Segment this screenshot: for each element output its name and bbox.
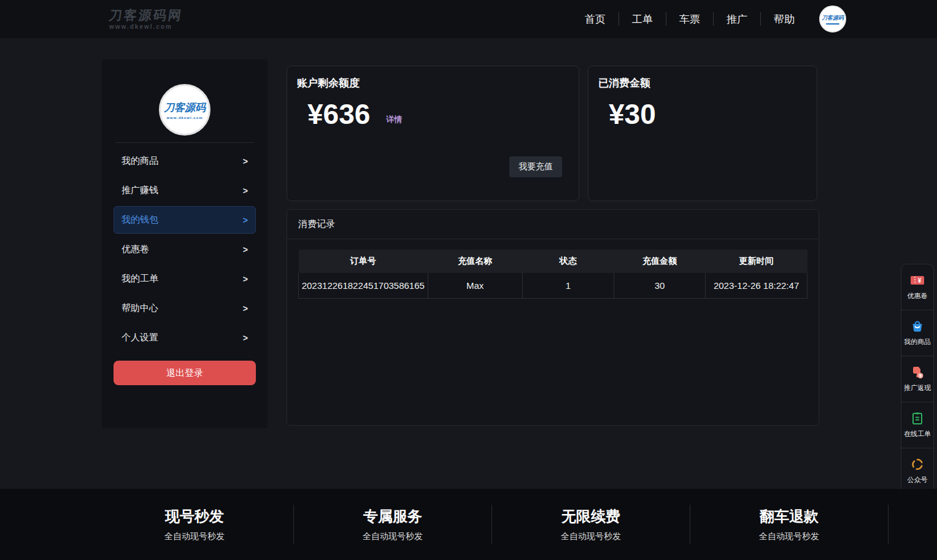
chevron-right-icon: > <box>243 245 248 255</box>
table-header-updated: 更新时间 <box>706 250 808 273</box>
sidebar-menu: 我的商品 > 推广赚钱 > 我的钱包 > 优惠卷 > 我的工单 > 帮助中心 >… <box>102 147 268 351</box>
coupon-icon: ¥ <box>910 273 925 288</box>
quickbar-item-online-workorder[interactable]: 在线工单 <box>901 402 933 448</box>
table-header-row: 订单号 充值名称 状态 充值金额 更新时间 <box>299 250 808 273</box>
table-cell-amount: 30 <box>614 273 705 298</box>
sidebar-item-label: 推广赚钱 <box>121 185 158 196</box>
records-title: 消费记录 <box>287 210 819 239</box>
recharge-button[interactable]: 我要充值 <box>509 156 562 177</box>
cashback-icon: ¥ <box>910 365 925 380</box>
sidebar-item-label: 我的工单 <box>121 273 158 285</box>
quickbar-item-cashback[interactable]: ¥ 推广返现 <box>901 356 933 402</box>
sidebar-item-label: 我的商品 <box>121 155 158 167</box>
consumed-card-title: 已消费金额 <box>598 76 817 90</box>
table-row: 202312261822451703586165 Max 1 30 2023-1… <box>299 273 808 298</box>
sidebar-item-label: 我的钱包 <box>121 214 158 226</box>
footer-col-title: 翻车退款 <box>760 507 819 526</box>
balance-card: 账户剩余额度 ¥636 详情 我要充值 <box>287 66 579 201</box>
nav-item-home[interactable]: 首页 <box>572 12 619 26</box>
balance-amount: ¥636 <box>307 100 370 128</box>
quickbar-item-label: 推广返现 <box>904 383 931 393</box>
chevron-right-icon: > <box>243 304 248 313</box>
shopping-bag-icon <box>910 319 925 334</box>
sidebar-item-coupons[interactable]: 优惠卷 > <box>114 236 256 263</box>
sidebar-item-label: 帮助中心 <box>121 302 158 314</box>
site-logo: 刀客源码网 www.dkewl.com <box>109 8 183 29</box>
sidebar-item-personal-settings[interactable]: 个人设置 > <box>114 324 256 351</box>
quickbar-item-label: 我的商品 <box>904 337 931 347</box>
footer-col-exclusive-service: 专属服务 全自动现号秒发 <box>294 505 492 544</box>
official-account-icon <box>910 457 925 472</box>
chevron-right-icon: > <box>243 186 248 196</box>
sidebar-item-my-workorders[interactable]: 我的工单 > <box>114 265 256 293</box>
sidebar-item-label: 个人设置 <box>121 332 158 343</box>
logout-button[interactable]: 退出登录 <box>114 361 256 385</box>
consumed-amount: ¥30 <box>609 100 656 128</box>
table-cell-order-no: 202312261822451703586165 <box>299 273 428 298</box>
quickbar-item-coupons[interactable]: ¥ 优惠卷 <box>901 264 933 310</box>
user-avatar[interactable]: 刀客源码 <box>819 6 846 33</box>
sidebar-item-label: 优惠卷 <box>121 244 149 255</box>
avatar-logo-underline <box>826 23 839 25</box>
sidebar-item-my-products[interactable]: 我的商品 > <box>114 147 256 175</box>
sidebar-logo-text: 刀客源码 <box>164 101 206 115</box>
user-sidebar: 刀客源码 www.dkewl.com 我的商品 > 推广赚钱 > 我的钱包 > … <box>102 59 268 428</box>
footer-col-title: 无限续费 <box>561 507 620 526</box>
consumed-card: 已消费金额 ¥30 <box>588 66 817 201</box>
footer-col-title: 现号秒发 <box>165 507 224 526</box>
quickbar-item-label: 在线工单 <box>904 429 931 439</box>
site-logo-subtitle: www.dkewl.com <box>109 23 183 30</box>
sidebar-logo-url: www.dkewl.com <box>166 116 202 120</box>
sidebar-logo-badge: 刀客源码 www.dkewl.com <box>159 84 210 136</box>
footer-col-subtitle: 全自动现号秒发 <box>561 531 621 542</box>
chevron-right-icon: > <box>243 274 248 284</box>
table-header-recharge-name: 充值名称 <box>428 250 522 273</box>
consumption-records-card: 消费记录 订单号 充值名称 状态 充值金额 更新时间 2023122618224… <box>287 209 819 426</box>
table-header-status: 状态 <box>522 250 614 273</box>
table-cell-updated: 2023-12-26 18:22:47 <box>706 273 808 298</box>
top-nav: 首页 工单 车票 推广 帮助 刀客源码 <box>572 6 846 33</box>
footer-col-subtitle: 全自动现号秒发 <box>164 531 225 542</box>
sidebar-divider <box>115 142 254 143</box>
footer-col-refund: 翻车退款 全自动现号秒发 <box>690 505 889 544</box>
table-cell-recharge-name: Max <box>428 273 522 298</box>
svg-text:¥: ¥ <box>918 277 922 284</box>
sidebar-item-promotion-earn[interactable]: 推广赚钱 > <box>114 177 256 204</box>
balance-card-title: 账户剩余额度 <box>297 76 579 90</box>
table-header-amount: 充值金额 <box>614 250 705 273</box>
table-header-order-no: 订单号 <box>299 250 428 273</box>
footer-col-instant-delivery: 现号秒发 全自动现号秒发 <box>96 505 294 544</box>
work-order-icon <box>910 411 925 426</box>
chevron-right-icon: > <box>243 156 248 166</box>
nav-item-ticket[interactable]: 车票 <box>666 12 713 26</box>
quickbar-item-label: 优惠卷 <box>907 291 927 301</box>
nav-item-workorder[interactable]: 工单 <box>619 12 666 26</box>
avatar-logo-text: 刀客源码 <box>822 14 844 22</box>
chevron-right-icon: > <box>243 215 248 225</box>
sidebar-item-my-wallet[interactable]: 我的钱包 > <box>114 206 256 234</box>
balance-detail-link[interactable]: 详情 <box>386 114 402 125</box>
page-footer: 现号秒发 全自动现号秒发 专属服务 全自动现号秒发 无限续费 全自动现号秒发 翻… <box>0 489 937 560</box>
records-table: 订单号 充值名称 状态 充值金额 更新时间 202312261822451703… <box>298 250 808 299</box>
footer-col-subtitle: 全自动现号秒发 <box>363 531 423 542</box>
footer-col-unlimited-renewal: 无限续费 全自动现号秒发 <box>492 505 690 544</box>
quickbar-item-official-account[interactable]: 公众号 <box>901 448 933 494</box>
chevron-right-icon: > <box>243 333 248 343</box>
nav-item-promotion[interactable]: 推广 <box>714 12 760 26</box>
quickbar-item-label: 公众号 <box>907 475 927 485</box>
top-navbar: 刀客源码网 www.dkewl.com 首页 工单 车票 推广 帮助 刀客源码 <box>0 0 937 38</box>
nav-item-help[interactable]: 帮助 <box>761 12 808 26</box>
footer-col-subtitle: 全自动现号秒发 <box>759 531 819 542</box>
site-logo-title: 刀客源码网 <box>108 8 183 22</box>
footer-col-title: 专属服务 <box>363 507 422 526</box>
table-cell-status: 1 <box>522 273 614 298</box>
sidebar-item-help-center[interactable]: 帮助中心 > <box>114 294 256 322</box>
quickbar-item-my-products[interactable]: 我的商品 <box>901 310 933 356</box>
